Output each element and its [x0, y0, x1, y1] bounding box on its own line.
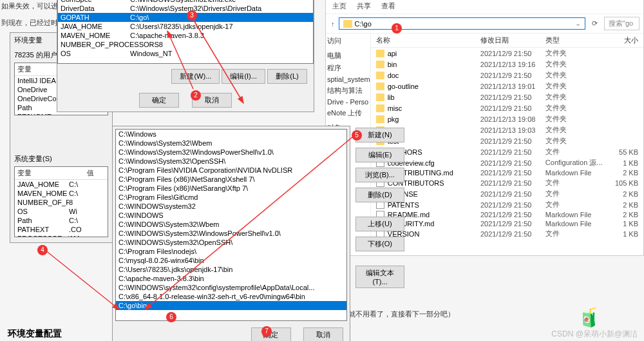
list-item[interactable]: C:\mysql-8.0.26-winx64\bin [116, 256, 346, 265]
badge-2: 2 [191, 90, 201, 101]
new-button[interactable]: 新建(W)... [171, 69, 220, 84]
user-vars-wide-dialog: ComSpecC:\WINDOWS\system32\cmd.exeDriver… [57, 0, 314, 112]
cartoon-icon: 🧃 [578, 307, 600, 328]
list-item[interactable]: C:\WINDOWS\System32\OpenSSH\ [116, 238, 346, 247]
list-item[interactable]: PathC:\ [15, 216, 108, 225]
sys-vars-label: 系统变量(S) [14, 154, 108, 164]
file-row[interactable]: CONTRIBUTORS2021/12/9 21:50文件105 KB [371, 177, 643, 188]
svg-line-2 [45, 250, 119, 309]
edittext-button[interactable]: 编辑文本(T)... [355, 266, 404, 288]
file-row[interactable]: VERSION2021/12/9 21:50文件1 KB [371, 228, 643, 239]
cancel-button[interactable]: 取消 [303, 327, 343, 341]
file-row[interactable]: SECURITY.md2021/12/9 21:50Markdown File1… [371, 219, 643, 228]
folder-icon [376, 50, 384, 57]
search-input[interactable]: 搜索"go [604, 17, 639, 30]
list-item[interactable]: NUMBER_OF_PROCESSORS8 [15, 198, 108, 207]
chevron-down-icon[interactable]: ⌄ [575, 19, 581, 28]
list-item[interactable]: C:\Program Files (x86)\NetSarang\Xftp 7\ [116, 184, 346, 193]
table-row[interactable]: OSWindows_NT [58, 49, 313, 58]
table-row[interactable]: NUMBER_OF_PROCESSORS8 [58, 40, 313, 49]
badge-3: 3 [187, 10, 197, 21]
file-row[interactable]: pkg2021/12/13 19:08文件夹 [371, 113, 643, 124]
list-item[interactable]: C:\x86_64-8.1.0-release-win32-seh-rt_v6-… [116, 292, 346, 301]
list-item[interactable]: C:\Program Files\nodejs\ [116, 247, 346, 256]
file-list[interactable]: 名称 修改日期 类型 大小 api2021/12/9 21:50文件夹bin20… [371, 34, 643, 240]
tab-home[interactable]: 主页 [332, 1, 346, 11]
edit-path-dialog: C:\WindowsC:\Windows\System32\WbemC:\Win… [112, 126, 350, 341]
file-row[interactable]: test2021/12/9 21:50文件夹 [371, 135, 643, 146]
list-item[interactable]: C:\WINDOWS\System32\Wbem [116, 220, 346, 229]
sys-vars-list[interactable]: 变量值 JAVA_HOMEC:\MAVEN_HOMEC:\NUMBER_OF_P… [14, 166, 108, 237]
file-row[interactable]: README.md2021/12/9 21:50Markdown File2 K… [371, 210, 643, 219]
file-row[interactable]: api2021/12/9 21:50文件夹 [371, 48, 643, 59]
file-row[interactable]: misc2021/12/9 21:50文件夹 [371, 102, 643, 113]
table-row[interactable]: GOPATHC:\go\ [58, 13, 313, 22]
list-item[interactable]: OSWi [15, 207, 108, 216]
list-item[interactable]: C:\Users\78235\.jdks\openjdk-17\bin [116, 265, 346, 274]
list-item[interactable]: JAVA_HOMEC:\ [15, 180, 108, 189]
list-item[interactable]: C:\Windows\System32\Wbem [116, 139, 346, 148]
up-icon[interactable]: ↑ [330, 19, 336, 29]
tab-share[interactable]: 共享 [357, 1, 371, 11]
list-item[interactable]: PATHEXT.CO [15, 225, 108, 234]
list-item[interactable]: C:\apache-maven-3.8.3\bin [116, 274, 346, 283]
address-bar[interactable]: C:\go⌄ [339, 17, 586, 30]
file-row[interactable]: doc2021/12/9 21:50文件夹 [371, 70, 643, 81]
ok-button[interactable]: 确定 [139, 93, 179, 108]
tree-item[interactable]: 电脑 [326, 50, 370, 62]
badge-7: 7 [261, 326, 272, 336]
delete-button[interactable]: 删除(L) [267, 69, 307, 84]
list-item[interactable]: C:\Program Files (x86)\NetSarang\Xshell … [116, 175, 346, 184]
file-row[interactable]: bin2021/12/13 19:16文件夹 [371, 59, 643, 70]
vars-list[interactable]: ComSpecC:\WINDOWS\system32\cmd.exeDriver… [57, 0, 314, 64]
list-item[interactable]: C:\go\bin [116, 301, 346, 310]
moveup-button[interactable]: 上移(U) [355, 217, 404, 231]
list-item[interactable]: C:\WINDOWS\system32 [116, 202, 346, 211]
table-row[interactable]: DriverDataC:\Windows\System32\Drivers\Dr… [58, 4, 313, 13]
list-item[interactable]: C:\Windows\System32\OpenSSH\ [116, 157, 346, 166]
badge-1: 1 [392, 23, 402, 34]
browse-button[interactable]: 浏览(B)... [355, 168, 404, 182]
list-item[interactable]: C:\Program Files\Git\cmd [116, 193, 346, 202]
file-row[interactable]: src2021/12/13 19:03文件夹 [371, 124, 643, 135]
folder-icon [376, 72, 384, 79]
list-item[interactable]: PROCESSOR_ARCHITECT...AM [15, 234, 108, 237]
list-item[interactable]: C:\WINDOWS\system32\config\systemprofile… [116, 283, 346, 292]
tree-item[interactable]: 访问 [326, 35, 370, 47]
tree-item[interactable]: Drive - Perso [326, 97, 370, 107]
table-row[interactable]: JAVA_HOMEC:\Users\78235\.jdks\openjdk-17 [58, 22, 313, 31]
list-item[interactable]: PT6HOME [15, 112, 108, 115]
refresh-icon[interactable]: ⟳ [588, 18, 601, 29]
file-row[interactable]: AUTHORS2021/12/9 21:50文件55 KB [371, 146, 643, 157]
folder-icon [376, 83, 384, 90]
file-row[interactable]: LICENSE2021/12/9 21:50文件2 KB [371, 188, 643, 199]
movedown-button[interactable]: 下移(O) [355, 237, 404, 251]
folder-icon [376, 93, 384, 101]
list-item[interactable]: C:\Windows\System32\WindowsPowerShell\v1… [116, 148, 346, 157]
table-row[interactable]: MAVEN_HOMEC:\apache-maven-3.8.3 [58, 31, 313, 40]
tree-item[interactable]: eNote 上传 [326, 107, 370, 119]
bg-text: （就不用看了，直接看下一部分吧） [341, 309, 455, 319]
tree-item[interactable]: 结构与算法 [326, 84, 370, 97]
badge-6: 6 [166, 312, 176, 322]
file-row[interactable]: codereview.cfg2021/12/9 21:50Configurati… [371, 157, 643, 168]
list-item[interactable]: MAVEN_HOMEC:\ [15, 189, 108, 198]
tab-view[interactable]: 查看 [381, 1, 395, 11]
tree-item[interactable]: 程序 [326, 62, 370, 74]
badge-5: 5 [352, 130, 362, 141]
path-list[interactable]: C:\WindowsC:\Windows\System32\WbemC:\Win… [115, 129, 347, 321]
list-item[interactable]: C:\Windows [116, 130, 346, 139]
list-item[interactable]: C:\Program Files\NVIDIA Corporation\NVID… [116, 166, 346, 175]
tree-item[interactable]: sptial_system [326, 74, 370, 84]
list-item[interactable]: C:\WINDOWS [116, 211, 346, 220]
file-row[interactable]: PATENTS2021/12/9 21:50文件2 KB [371, 199, 643, 210]
list-item[interactable]: C:\WINDOWS\System32\WindowsPowerShell\v1… [116, 229, 346, 238]
file-row[interactable]: lib2021/12/9 21:50文件夹 [371, 92, 643, 102]
badge-4: 4 [37, 245, 48, 255]
delete-button[interactable]: 删除(D) [355, 188, 404, 202]
file-row[interactable]: go-outline2021/12/13 19:01文件夹 [371, 81, 643, 92]
edit-button[interactable]: 编辑(I)... [222, 69, 265, 84]
new-button[interactable]: 新建(N) [355, 128, 404, 142]
edit-button[interactable]: 编辑(E) [355, 148, 404, 162]
file-row[interactable]: CONTRIBUTING.md2021/12/9 21:50Markdown F… [371, 168, 643, 177]
